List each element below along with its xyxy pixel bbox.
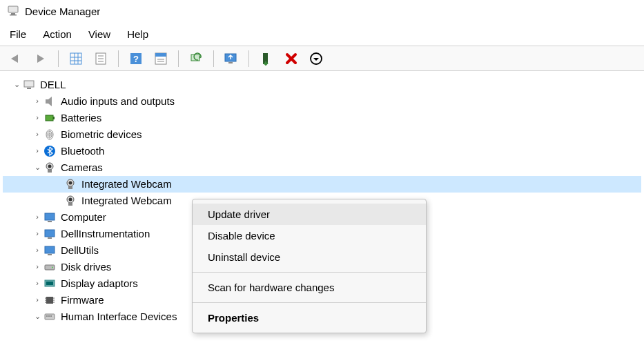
menu-file[interactable]: File (10, 28, 26, 40)
menu-action[interactable]: Action (43, 28, 72, 40)
chevron-right-icon[interactable]: › (32, 294, 43, 306)
tree-item-biometric[interactable]: › Biometric devices (3, 126, 641, 143)
svg-rect-43 (48, 237, 52, 239)
context-disable-device[interactable]: Disable device (193, 225, 426, 246)
svg-rect-45 (48, 254, 52, 255)
svg-rect-33 (48, 170, 52, 173)
disable-button[interactable] (282, 50, 300, 68)
context-separator (193, 272, 426, 273)
svg-rect-25 (46, 115, 53, 121)
svg-rect-2 (10, 14, 17, 16)
chevron-right-icon[interactable]: › (32, 112, 43, 124)
chevron-down-icon[interactable]: ⌄ (32, 161, 43, 174)
back-button[interactable] (7, 50, 25, 68)
menu-help[interactable]: Help (127, 28, 148, 40)
toolbar: ? (0, 46, 644, 71)
chevron-right-icon[interactable]: › (32, 228, 43, 240)
svg-point-32 (48, 165, 52, 168)
svg-rect-49 (46, 282, 53, 285)
scan-hardware-button[interactable] (187, 50, 205, 68)
svg-text:?: ? (133, 54, 139, 64)
svg-rect-23 (24, 81, 34, 87)
tree-item-label: Computer (61, 209, 106, 226)
context-item-label: Uninstall device (208, 251, 280, 263)
menu-view[interactable]: View (88, 28, 110, 40)
properties-button[interactable] (152, 50, 170, 68)
chevron-right-icon[interactable]: › (32, 211, 43, 224)
svg-rect-39 (68, 203, 72, 206)
chevron-down-icon[interactable]: ⌄ (11, 79, 22, 91)
computer-icon (22, 78, 36, 92)
context-properties[interactable]: Properties (193, 307, 426, 328)
context-separator (193, 302, 426, 303)
print-button[interactable] (92, 50, 110, 68)
forward-button[interactable] (32, 50, 50, 68)
svg-point-29 (49, 133, 50, 137)
tree-item-label: DellUtils (61, 242, 99, 259)
tree-item-cameras[interactable]: ⌄ Cameras (3, 159, 641, 176)
chevron-right-icon[interactable]: › (32, 277, 43, 290)
help-button[interactable]: ? (127, 50, 145, 68)
svg-rect-42 (45, 230, 55, 237)
monitor-icon (43, 227, 57, 241)
svg-rect-36 (68, 186, 72, 189)
enable-button[interactable] (307, 50, 325, 68)
svg-rect-0 (8, 6, 18, 12)
uninstall-button[interactable] (257, 50, 275, 68)
tree-item-audio[interactable]: › Audio inputs and outputs (3, 93, 641, 110)
tree-item-batteries[interactable]: › Batteries (3, 110, 641, 126)
context-update-driver[interactable]: Update driver (193, 204, 426, 225)
svg-rect-50 (46, 297, 53, 304)
svg-rect-58 (46, 315, 48, 317)
chevron-right-icon[interactable]: › (32, 244, 43, 257)
svg-rect-24 (27, 88, 31, 89)
svg-point-38 (69, 198, 72, 202)
tree-item-label: Biometric devices (61, 126, 142, 143)
camera-icon (64, 194, 77, 208)
svg-point-47 (52, 267, 53, 268)
tree-item-webcam-1[interactable]: Integrated Webcam (3, 176, 641, 193)
toolbar-separator (248, 50, 249, 67)
bluetooth-icon (43, 144, 57, 158)
svg-rect-20 (228, 62, 233, 63)
context-item-label: Scan for hardware changes (208, 282, 334, 293)
tree-item-label: Human Interface Devices (61, 308, 177, 325)
window-title: Device Manager (25, 6, 100, 17)
chevron-down-icon[interactable]: ⌄ (32, 311, 43, 323)
chevron-right-icon[interactable]: › (32, 95, 43, 108)
context-item-label: Disable device (208, 230, 275, 242)
context-uninstall-device[interactable]: Uninstall device (193, 246, 426, 268)
tree-root[interactable]: ⌄ DELL (3, 77, 641, 93)
chevron-right-icon[interactable]: › (32, 128, 43, 141)
toolbar-separator (178, 50, 179, 67)
tree-item-label: Integrated Webcam (81, 176, 172, 193)
svg-rect-40 (45, 213, 55, 220)
svg-rect-59 (48, 315, 50, 317)
show-hidden-button[interactable] (67, 50, 85, 68)
tree-item-label: Bluetooth (61, 143, 104, 159)
tree-root-label: DELL (40, 77, 66, 93)
context-menu: Update driver Disable device Uninstall d… (192, 199, 427, 333)
toolbar-separator (118, 50, 119, 67)
fingerprint-icon (43, 128, 57, 141)
chevron-right-icon[interactable]: › (32, 261, 43, 273)
context-scan-hardware[interactable]: Scan for hardware changes (193, 277, 426, 298)
hid-icon (43, 310, 57, 324)
tree-item-label: Disk drives (61, 259, 111, 275)
update-driver-button[interactable] (222, 50, 240, 68)
chip-icon (43, 293, 57, 307)
svg-point-35 (69, 182, 72, 185)
tree-item-bluetooth[interactable]: › Bluetooth (3, 143, 641, 159)
tree-item-label: Cameras (61, 159, 103, 176)
chevron-right-icon[interactable]: › (32, 145, 43, 157)
battery-icon (43, 111, 57, 125)
svg-rect-41 (48, 221, 52, 222)
tree-item-label: Display adaptors (61, 275, 138, 292)
tree-item-label: Audio inputs and outputs (61, 93, 175, 110)
svg-rect-60 (50, 315, 52, 317)
tree-item-label: Integrated Webcam (81, 193, 172, 209)
disk-icon (43, 260, 57, 274)
camera-icon (43, 161, 57, 175)
tree-item-label: DellInstrumentation (61, 226, 150, 242)
monitor-icon (43, 244, 57, 257)
